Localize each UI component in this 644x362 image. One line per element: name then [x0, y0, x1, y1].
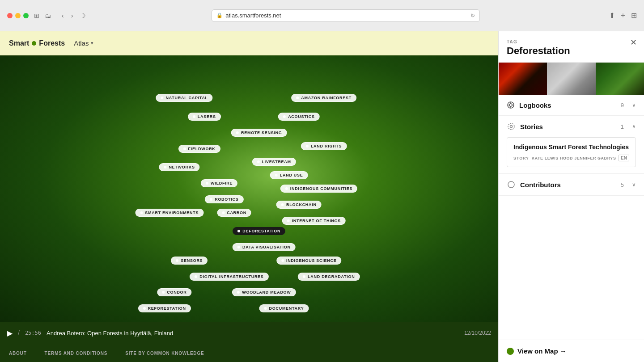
tag-label-livestream: LIVESTREAM	[262, 160, 291, 164]
tag-node-blockchain[interactable]: BLOCKCHAIN	[276, 201, 322, 209]
thumbnails-row	[499, 63, 644, 95]
tag-node-internet-of-things[interactable]: INTERNET OF THINGS	[282, 217, 346, 225]
contributors-title: Contributors	[520, 181, 616, 189]
logbooks-chevron-icon: ∨	[632, 102, 636, 108]
tag-label-digital-infrastructures: DIGITAL INFRASTRUCTURES	[199, 274, 263, 279]
minimize-button[interactable]	[15, 13, 21, 18]
player-time: 25:56	[25, 330, 41, 336]
panel-close-button[interactable]: ✕	[630, 38, 637, 46]
player-date: 12/10/2022	[464, 330, 491, 336]
logo-text-smart: Smart	[9, 39, 29, 47]
contributors-icon	[507, 180, 516, 189]
tag-dot-livestream	[257, 160, 260, 163]
tag-node-natural-capital[interactable]: NATURAL CAPITAL	[156, 94, 213, 102]
close-button[interactable]	[7, 13, 13, 18]
play-button[interactable]: ▶	[7, 329, 13, 337]
contributors-section-header[interactable]: Contributors 5 ∨	[499, 174, 644, 195]
tag-node-remote-sensing[interactable]: REMOTE SENSING	[231, 129, 287, 137]
player-bar: ▶ / 25:56 Andrea Botero: Open Forests in…	[0, 322, 498, 344]
tag-node-acoustics[interactable]: ACOUSTICS	[278, 113, 319, 121]
tag-node-land-rights[interactable]: LAND RIGHTS	[301, 142, 347, 150]
tags-container: NATURAL CAPITALAMAZON RAINFORESTLASERSAC…	[0, 55, 498, 322]
tag-label-natural-capital: NATURAL CAPITAL	[166, 96, 208, 100]
tag-node-land-degradation[interactable]: LAND DEGRADATION	[298, 273, 360, 281]
lock-icon: 🔒	[216, 13, 223, 18]
svg-point-7	[510, 126, 513, 128]
tag-node-wildfire[interactable]: WILDFIRE	[201, 179, 237, 187]
tag-node-indigenous-science[interactable]: INDIGENOUS SCIENCE	[276, 257, 341, 265]
tag-label-documentary: DOCUMENTARY	[269, 306, 304, 311]
theme-toggle[interactable]: ☽	[80, 12, 86, 19]
tag-node-amazon-rainforest[interactable]: AMAZON RAINFOREST	[291, 94, 356, 102]
tag-node-woodland-meadow[interactable]: WOODLAND MEADOW	[232, 288, 296, 296]
tag-node-fieldwork[interactable]: FIELDWORK	[178, 145, 220, 153]
atlas-nav[interactable]: Atlas ▾	[74, 39, 93, 47]
view-on-map-text: View on Map →	[517, 347, 567, 355]
footer-site[interactable]: SITE BY COMMON KNOWLEDGE	[125, 351, 204, 356]
view-on-map-dot-icon	[507, 348, 514, 355]
left-content: Smart Forests Atlas ▾ NATURAL CAPITALAMA…	[0, 31, 498, 362]
tag-node-data-visualisation[interactable]: DATA VISUALISATION	[233, 243, 296, 251]
tag-node-condor[interactable]: CONDOR	[157, 288, 191, 296]
svg-point-8	[508, 181, 514, 188]
atlas-caret-icon: ▾	[91, 40, 93, 46]
tag-dot-natural-capital	[161, 97, 164, 99]
tag-node-networks[interactable]: NETWORKS	[159, 163, 199, 171]
tag-node-livestream[interactable]: LIVESTREAM	[252, 158, 296, 166]
stories-section-header[interactable]: Stories 1 ∧	[499, 116, 644, 137]
tag-label-land-rights: LAND RIGHTS	[311, 144, 342, 148]
tag-dot-indigenous-communities	[285, 187, 288, 190]
tag-node-land-use[interactable]: LAND USE	[270, 171, 308, 179]
tag-node-indigenous-communities[interactable]: INDIGENOUS COMMUNITIES	[280, 185, 357, 193]
nav-bar: Smart Forests Atlas ▾	[0, 31, 498, 55]
tag-dot-condor	[162, 291, 165, 294]
footer-about[interactable]: ABOUT	[9, 351, 27, 356]
tag-node-carbon[interactable]: CARBON	[217, 209, 251, 217]
forward-button[interactable]: ›	[69, 11, 75, 20]
story-card[interactable]: Indigenous Smart Forest Technologies STO…	[507, 137, 636, 167]
address-bar[interactable]: 🔒 atlas.smartforests.net ↻	[212, 9, 480, 22]
logo[interactable]: Smart Forests	[9, 39, 65, 47]
tag-dot-acoustics	[283, 115, 286, 118]
tag-node-deforestation[interactable]: DEFORESTATION	[233, 227, 285, 235]
tag-dot-networks	[164, 166, 166, 168]
thumbnail-3[interactable]	[596, 63, 644, 95]
tag-node-documentary[interactable]: DOCUMENTARY	[259, 304, 309, 312]
main-layout: Smart Forests Atlas ▾ NATURAL CAPITALAMA…	[0, 31, 644, 362]
tag-dot-digital-infrastructures	[195, 275, 197, 278]
tag-label-deforestation: DEFORESTATION	[242, 229, 280, 233]
story-title: Indigenous Smart Forest Technologies	[513, 143, 629, 151]
tag-dot-woodland-meadow	[237, 291, 240, 294]
right-panel: TAG Deforestation ✕	[498, 31, 644, 362]
map-area[interactable]: NATURAL CAPITALAMAZON RAINFORESTLASERSAC…	[0, 55, 498, 322]
reload-icon[interactable]: ↻	[470, 13, 475, 19]
tag-node-digital-infrastructures[interactable]: DIGITAL INFRASTRUCTURES	[190, 273, 268, 281]
tag-node-smart-environments[interactable]: SMART ENVIRONMENTS	[135, 209, 203, 217]
fullscreen-button[interactable]	[23, 13, 29, 18]
tag-node-lasers[interactable]: LASERS	[188, 113, 221, 121]
tag-node-sensors[interactable]: SENSORS	[171, 257, 208, 265]
tag-label-blockchain: BLOCKCHAIN	[286, 202, 317, 207]
contributors-section: Contributors 5 ∨	[499, 174, 644, 196]
sidebar-toggle-icon[interactable]: ⊞	[34, 12, 39, 19]
back-button[interactable]: ‹	[60, 11, 66, 20]
svg-point-1	[509, 104, 512, 106]
new-tab-button[interactable]: ＋	[619, 11, 627, 20]
tab-overview-button[interactable]: ⊞	[631, 11, 637, 20]
tag-dot-smart-environments	[140, 211, 143, 214]
tag-dot-lasers	[193, 115, 195, 118]
tag-dot-remote-sensing	[236, 131, 239, 134]
tag-node-reforestation[interactable]: REFORESTATION	[138, 304, 191, 312]
tag-dot-land-rights	[306, 145, 309, 147]
view-on-map-button[interactable]: View on Map →	[499, 340, 644, 362]
thumbnail-1[interactable]	[499, 63, 547, 95]
contributors-count: 5	[621, 181, 624, 188]
share-button[interactable]: ⬆	[609, 11, 615, 20]
tag-label-condor: CONDOR	[167, 290, 186, 295]
tag-node-robotics[interactable]: ROBOTICS	[205, 195, 243, 203]
contributors-chevron-icon: ∨	[632, 181, 636, 188]
logbooks-section-header[interactable]: Logbooks 9 ∨	[499, 95, 644, 115]
footer-terms[interactable]: TERMS AND CONDITIONS	[45, 351, 108, 356]
thumbnail-2[interactable]	[547, 63, 595, 95]
tag-dot-fieldwork	[183, 147, 186, 150]
